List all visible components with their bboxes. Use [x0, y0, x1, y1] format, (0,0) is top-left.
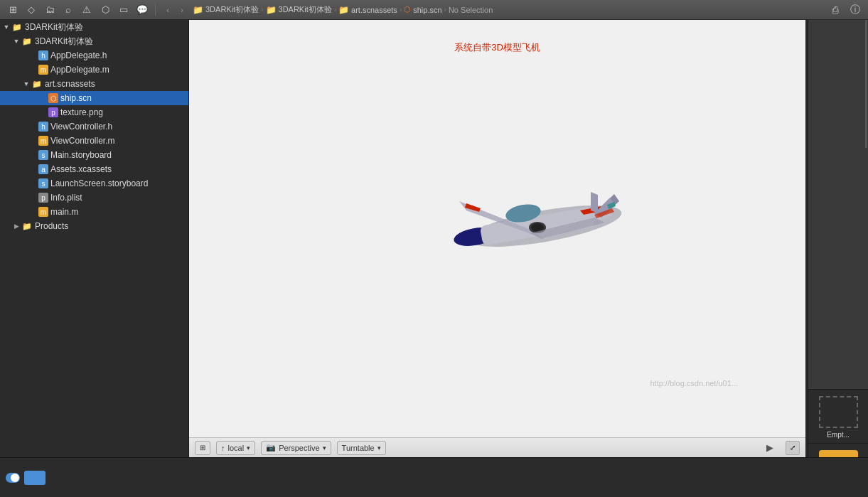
- nav-forward-button[interactable]: ›: [176, 4, 188, 16]
- sidebar-item-launch[interactable]: s LaunchScreen.storyboard: [0, 176, 188, 191]
- local-chevron-icon: ▾: [247, 444, 250, 451]
- sidebar-item-scnassets[interactable]: ▼ 📁 art.scnassets: [0, 77, 188, 91]
- library-item-empty[interactable]: Empt...: [808, 390, 868, 444]
- root-folder-icon: 📁: [11, 21, 23, 33]
- local-dropdown[interactable]: ↑ local ▾: [216, 441, 255, 455]
- main-toolbar: ⊞ ◇ 🗂 ⌕ ⚠ ⬡ ▭ 💬 ‹ › 📁 3DARKit初体验 › 📁 3DA…: [0, 0, 868, 20]
- arrow-placeholder-1: [28, 50, 38, 60]
- sidebar-item-vc-m[interactable]: m ViewController.m: [0, 134, 188, 148]
- breadcrumb-sep-1: ›: [261, 6, 263, 14]
- perspective-dropdown[interactable]: 📷 Perspective ▾: [261, 441, 331, 455]
- sidebar-item-project[interactable]: ▼ 📁 3DARKit初体验: [0, 34, 188, 48]
- library-item-omni[interactable]: ☀ Omni l... from ...: [808, 444, 868, 457]
- project-label: 3DARKit初体验: [35, 36, 188, 48]
- m-file-icon-3: m: [38, 207, 48, 217]
- turntable-label: Turntable: [342, 444, 375, 452]
- toolbar-right: ⎙ ⓘ: [828, 3, 862, 17]
- m-file-icon-1: m: [38, 65, 48, 75]
- breadcrumb-label-2: 3DARKit初体验: [279, 4, 332, 15]
- scnassets-folder-icon: 📁: [31, 78, 43, 90]
- grid-icon[interactable]: ⊞: [6, 3, 20, 17]
- warning-icon[interactable]: ⚠: [80, 3, 94, 17]
- arrow-placeholder-2: [28, 65, 38, 75]
- folder-new-icon[interactable]: 🗂: [43, 3, 57, 17]
- toggle-dot: [11, 474, 19, 482]
- sidebar-item-main-m[interactable]: m main.m: [0, 205, 188, 219]
- camera-icon: 📷: [266, 443, 276, 452]
- sidebar-item-ship-scn[interactable]: ⬡ ship.scn: [0, 91, 188, 105]
- rect-icon[interactable]: ▭: [117, 3, 131, 17]
- share-icon[interactable]: ⎙: [828, 3, 842, 17]
- arrow-placeholder-8: [28, 164, 38, 174]
- scene-bottom-bar: ⊞ ↑ local ▾ 📷 Perspective ▾ Turntable ▾ …: [189, 437, 805, 457]
- toolbar-sep1: [155, 4, 156, 16]
- texture-label: texture.png: [60, 107, 188, 117]
- message-icon[interactable]: 💬: [135, 3, 149, 17]
- breadcrumb-item-1[interactable]: 📁 3DARKit初体验: [193, 4, 259, 15]
- sidebar-item-appdelegate-m[interactable]: m AppDelegate.m: [0, 63, 188, 77]
- sidebar-item-appdelegate-h[interactable]: h AppDelegate.h: [0, 48, 188, 63]
- sidebar: ▼ 📁 3DARKit初体验 ▼ 📁 3DARKit初体验 h AppDeleg…: [0, 20, 189, 457]
- breadcrumb-item-4[interactable]: ⬡ ship.scn: [404, 5, 441, 14]
- plist-label: Info.plist: [50, 193, 188, 203]
- sidebar-item-products[interactable]: ▶ 📁 Products: [0, 219, 188, 233]
- right-panel: Empt... ☀ Omni l... from ...: [808, 20, 868, 457]
- sidebar-item-texture[interactable]: p texture.png: [0, 105, 188, 119]
- breadcrumb-label-4: ship.scn: [413, 6, 441, 14]
- h-file-icon-1: h: [38, 50, 48, 60]
- sidebar-item-vc-h[interactable]: h ViewController.h: [0, 119, 188, 134]
- sidebar-item-plist[interactable]: p Info.plist: [0, 191, 188, 205]
- inspector-handle[interactable]: [865, 20, 867, 148]
- bottom-rect: [24, 471, 45, 485]
- arrow-placeholder-4: [38, 107, 48, 117]
- arrow-placeholder-7: [28, 150, 38, 160]
- ship-scn-label: ship.scn: [60, 93, 188, 103]
- search-icon[interactable]: ⌕: [61, 3, 75, 17]
- empty-thumb: [817, 394, 859, 429]
- omni-thumb: ☀: [817, 448, 859, 457]
- sidebar-item-assets[interactable]: a Assets.xcassets: [0, 162, 188, 176]
- breadcrumb-sep-4: ›: [444, 6, 446, 14]
- breadcrumb-item-2[interactable]: 📁 3DARKit初体验: [266, 4, 332, 15]
- toggle-switch[interactable]: [6, 473, 20, 483]
- stats-button[interactable]: ⊞: [195, 441, 210, 455]
- root-label: 3DARKit初体验: [25, 21, 188, 33]
- diamond-icon[interactable]: ◇: [24, 3, 38, 17]
- stats-icon: ⊞: [200, 444, 205, 451]
- breadcrumb-item-3[interactable]: 📁 art.scnassets: [338, 5, 397, 15]
- scene-view[interactable]: 系统自带3D模型飞机: [189, 20, 805, 437]
- breadcrumb-label-3: art.scnassets: [351, 6, 397, 14]
- project-folder-icon: 📁: [21, 36, 33, 47]
- folder1-icon: 📁: [193, 5, 203, 15]
- nav-controls: ‹ ›: [161, 4, 188, 16]
- sidebar-item-root[interactable]: ▼ 📁 3DARKit初体验: [0, 20, 188, 34]
- nav-back-button[interactable]: ‹: [161, 4, 174, 16]
- play-button[interactable]: ▶: [763, 441, 777, 455]
- breadcrumb-sep-3: ›: [400, 6, 402, 14]
- folder3-icon: 📁: [338, 5, 349, 15]
- editor-area: 系统自带3D模型飞机: [189, 20, 805, 457]
- vc-h-label: ViewController.h: [50, 122, 188, 132]
- hex-icon[interactable]: ⬡: [98, 3, 112, 17]
- right-panel-inspector: [808, 20, 868, 390]
- arrow-placeholder-9: [28, 178, 38, 188]
- bottom-section: [0, 457, 868, 497]
- breadcrumb-sep-2: ›: [334, 6, 336, 14]
- sidebar-item-main-story[interactable]: s Main.storyboard: [0, 148, 188, 162]
- arrow-up-icon: ↑: [221, 444, 225, 452]
- library-panel: Empt... ☀ Omni l... from ...: [808, 390, 868, 457]
- breadcrumb-no-selection: No Selection: [449, 6, 493, 14]
- appdelegate-m-label: AppDelegate.m: [50, 65, 188, 75]
- main-story-label: Main.storyboard: [50, 150, 188, 160]
- turntable-chevron-icon: ▾: [377, 444, 381, 451]
- arrow-root: ▼: [1, 22, 11, 32]
- arrow-project: ▼: [11, 36, 21, 46]
- expand-button[interactable]: ⤢: [786, 441, 800, 455]
- breadcrumb: 📁 3DARKit初体验 › 📁 3DARKit初体验 › 📁 art.scna…: [193, 4, 493, 15]
- info-icon[interactable]: ⓘ: [848, 3, 862, 17]
- sun-icon: ☀: [819, 450, 858, 458]
- svg-marker-10: [591, 192, 598, 213]
- arrow-products: ▶: [11, 221, 21, 231]
- png-icon: p: [48, 107, 58, 117]
- turntable-dropdown[interactable]: Turntable ▾: [337, 441, 386, 455]
